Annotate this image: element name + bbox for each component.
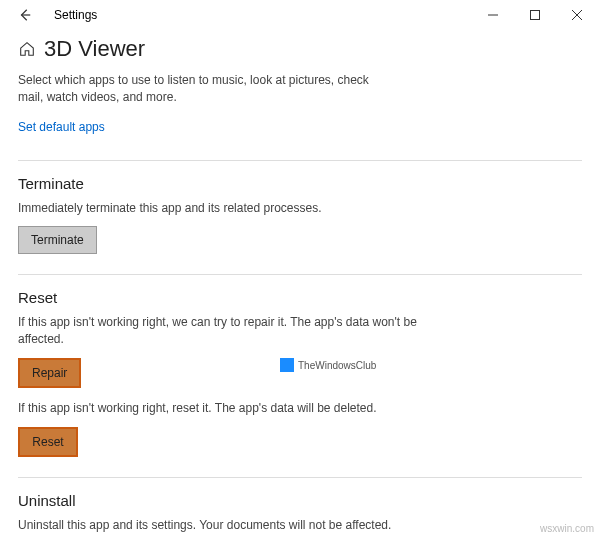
reset-section: Reset If this app isn't working right, w…: [18, 289, 582, 468]
terminate-description: Immediately terminate this app and its r…: [18, 200, 418, 217]
arrow-left-icon: [18, 8, 32, 22]
page-subtitle: Select which apps to use to listen to mu…: [18, 72, 378, 106]
back-button[interactable]: [10, 0, 40, 30]
watermark-bottom: wsxwin.com: [540, 523, 594, 534]
minimize-icon: [488, 10, 498, 20]
repair-button[interactable]: Repair: [18, 358, 81, 388]
divider: [18, 160, 582, 161]
uninstall-section: Uninstall Uninstall this app and its set…: [18, 492, 582, 536]
page-title: 3D Viewer: [44, 36, 145, 62]
reset-button[interactable]: Reset: [18, 427, 78, 457]
home-icon-svg: [18, 40, 36, 58]
repair-description: If this app isn't working right, we can …: [18, 314, 418, 348]
page-header: 3D Viewer: [18, 36, 582, 62]
maximize-icon: [530, 10, 540, 20]
minimize-button[interactable]: [472, 0, 514, 30]
window-controls: [472, 0, 598, 30]
divider: [18, 477, 582, 478]
uninstall-description: Uninstall this app and its settings. You…: [18, 517, 418, 534]
terminate-heading: Terminate: [18, 175, 582, 192]
titlebar: Settings: [0, 0, 600, 30]
set-default-apps-link[interactable]: Set default apps: [18, 120, 105, 134]
reset-description: If this app isn't working right, reset i…: [18, 400, 418, 417]
close-icon: [572, 10, 582, 20]
uninstall-heading: Uninstall: [18, 492, 582, 509]
close-button[interactable]: [556, 0, 598, 30]
svg-rect-2: [531, 11, 540, 20]
divider: [18, 274, 582, 275]
home-icon[interactable]: [18, 40, 36, 58]
terminate-section: Terminate Immediately terminate this app…: [18, 175, 582, 267]
terminate-button[interactable]: Terminate: [18, 226, 97, 254]
reset-heading: Reset: [18, 289, 582, 306]
window-title: Settings: [54, 8, 97, 22]
maximize-button[interactable]: [514, 0, 556, 30]
content-area: 3D Viewer Select which apps to use to li…: [0, 30, 600, 536]
